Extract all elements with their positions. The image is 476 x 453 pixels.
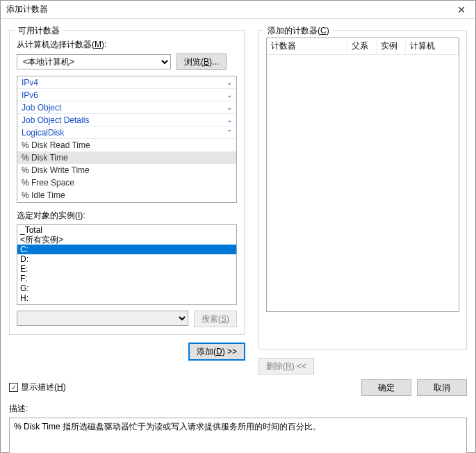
dialog-title: 添加计数器: [6, 3, 448, 15]
counter-item[interactable]: % Disk Read Time: [17, 139, 236, 151]
titlebar: 添加计数器: [1, 1, 475, 19]
instance-item[interactable]: F:: [17, 274, 236, 283]
select-computer-label: 从计算机选择计数器(M):: [17, 39, 237, 51]
close-button[interactable]: [448, 1, 475, 19]
chevron-down-icon: ⌄: [222, 91, 232, 99]
instance-item[interactable]: E:: [17, 264, 236, 274]
ok-button[interactable]: 确定: [361, 379, 411, 396]
counter-category[interactable]: Job Object⌄: [17, 101, 236, 114]
add-counters-dialog: 添加计数器 可用计数器 从计算机选择计数器(M): <本地计算机> 浏览(B).…: [0, 0, 476, 453]
cancel-button[interactable]: 取消: [417, 379, 467, 396]
col-counter[interactable]: 计数器: [267, 38, 347, 54]
grid-header: 计数器 父系 实例 计算机: [267, 38, 459, 55]
counter-category[interactable]: IPv6⌄: [17, 89, 236, 101]
col-parent[interactable]: 父系: [347, 38, 377, 54]
add-button[interactable]: 添加(D) >>: [189, 343, 245, 360]
chevron-up-icon: ⌃: [222, 129, 232, 136]
instance-search-combo[interactable]: [17, 311, 188, 326]
available-counters-group: 可用计数器 从计算机选择计数器(M): <本地计算机> 浏览(B)... IPv…: [9, 30, 245, 335]
chevron-down-icon: ⌄: [222, 116, 232, 124]
counter-category[interactable]: LogicalDisk⌃: [17, 126, 236, 139]
search-button[interactable]: 搜索(S): [194, 311, 237, 327]
counter-item[interactable]: % Disk Time: [17, 151, 236, 164]
col-instance[interactable]: 实例: [377, 38, 406, 54]
instances-label: 选定对象的实例(I):: [17, 210, 237, 222]
counter-category[interactable]: IPv4⌄: [17, 76, 236, 89]
counter-item[interactable]: % Disk Write Time: [17, 164, 236, 176]
instance-list[interactable]: _Total <所有实例> C: D: E: F: G: H:: [17, 224, 237, 305]
counter-category[interactable]: Job Object Details⌄: [17, 114, 236, 126]
description-text: % Disk Time 指所选磁盘驱动器忙于为读或写入请求提供服务所用的时间的百…: [9, 418, 467, 453]
instance-item[interactable]: <所有实例>: [17, 235, 236, 245]
available-counters-label: 可用计数器: [15, 25, 63, 37]
instance-item[interactable]: H:: [17, 293, 236, 303]
counter-tree[interactable]: IPv4⌄ IPv6⌄ Job Object⌄ Job Object Detai…: [17, 76, 237, 203]
instance-item[interactable]: G:: [17, 283, 236, 293]
instance-item[interactable]: C:: [17, 245, 236, 254]
description-label: 描述:: [9, 403, 467, 415]
chevron-down-icon: ⌄: [222, 79, 232, 86]
added-counters-label: 添加的计数器(C): [265, 25, 332, 37]
show-description-label[interactable]: 显示描述(H): [21, 381, 66, 393]
col-computer[interactable]: 计算机: [406, 38, 459, 54]
added-counters-grid[interactable]: 计数器 父系 实例 计算机: [266, 38, 459, 312]
remove-button[interactable]: 删除(R) <<: [258, 358, 314, 374]
chevron-down-icon: ⌄: [222, 104, 232, 111]
show-description-checkbox[interactable]: ✓: [9, 383, 18, 392]
counter-item[interactable]: % Free Space: [17, 176, 236, 189]
counter-item[interactable]: % Idle Time: [17, 189, 236, 201]
browse-button[interactable]: 浏览(B)...: [177, 53, 227, 70]
added-counters-group: 添加的计数器(C) 计数器 父系 实例 计算机: [258, 30, 467, 349]
close-icon: [458, 6, 465, 13]
computer-combo[interactable]: <本地计算机>: [17, 54, 171, 69]
instance-item[interactable]: D:: [17, 254, 236, 264]
